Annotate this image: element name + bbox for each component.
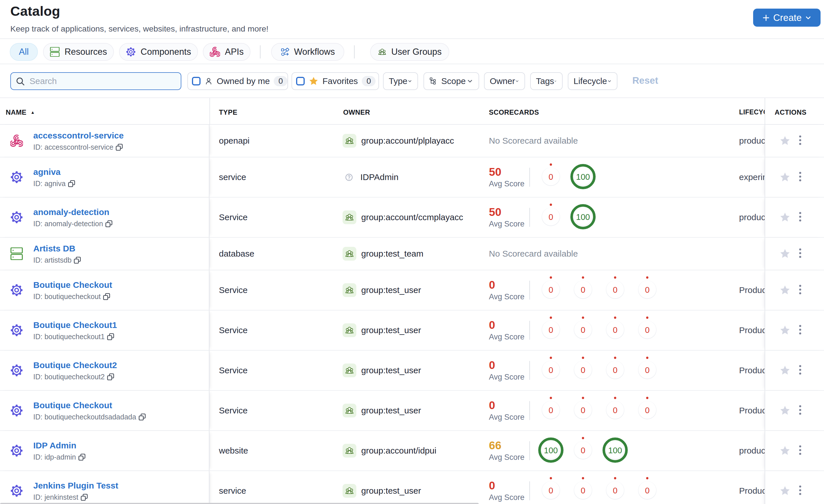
svg-text:0: 0: [581, 326, 585, 335]
svg-text:0: 0: [548, 172, 553, 181]
svg-text:0: 0: [645, 406, 649, 415]
svg-text:0: 0: [548, 285, 553, 294]
svg-text:0: 0: [581, 366, 585, 375]
svg-text:0: 0: [645, 486, 649, 495]
svg-text:0: 0: [581, 486, 585, 495]
svg-text:100: 100: [576, 213, 590, 222]
svg-text:0: 0: [645, 285, 649, 294]
svg-text:0: 0: [548, 486, 553, 495]
svg-text:0: 0: [548, 366, 553, 375]
svg-text:0: 0: [581, 406, 585, 415]
svg-text:0: 0: [613, 406, 617, 415]
svg-text:0: 0: [613, 486, 617, 495]
svg-text:0: 0: [548, 326, 553, 335]
svg-text:0: 0: [613, 326, 617, 335]
svg-text:0: 0: [645, 366, 649, 375]
svg-text:0: 0: [613, 285, 617, 294]
svg-text:0: 0: [581, 285, 585, 294]
svg-text:0: 0: [581, 446, 585, 455]
svg-text:100: 100: [544, 446, 558, 455]
svg-text:0: 0: [548, 406, 553, 415]
svg-text:100: 100: [576, 172, 590, 181]
svg-text:0: 0: [613, 366, 617, 375]
svg-text:0: 0: [548, 213, 553, 222]
svg-text:100: 100: [608, 446, 622, 455]
svg-text:0: 0: [645, 326, 649, 335]
